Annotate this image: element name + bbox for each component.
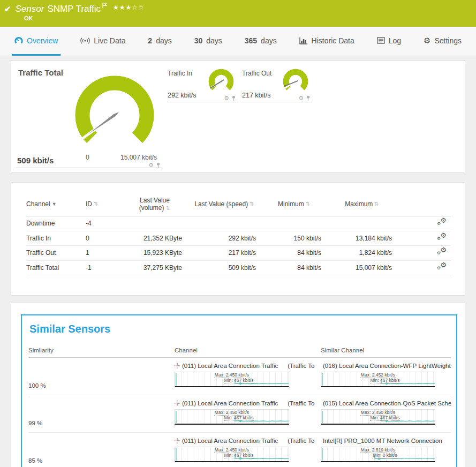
channel-minigraph[interactable]: Max: 2,450 kbit/s Min: 467 kbit/s bbox=[175, 372, 289, 387]
traffic-total-value: 509 kbit/s bbox=[17, 156, 54, 165]
move-channel-icon[interactable] bbox=[175, 438, 180, 443]
channel-id: -1 bbox=[86, 261, 122, 276]
col-header-last-value-volume[interactable]: Last Value (volume) ⇅ bbox=[122, 197, 187, 212]
channel-link[interactable]: (011) Local Area Connection Traffic bbox=[182, 400, 278, 406]
table-row-traffic-total: Traffic Total -1 37,275 KByte 509 kbit/s… bbox=[26, 261, 451, 276]
tab-2-days[interactable]: 2 days bbox=[145, 27, 174, 56]
similar-sensors-panel: Similar Sensors Similarity Channel Simil… bbox=[11, 303, 465, 467]
traffic-in-gauge-label: Traffic In bbox=[168, 70, 192, 77]
broadcast-icon bbox=[80, 37, 90, 44]
stars-empty[interactable]: ☆☆ bbox=[132, 4, 145, 11]
stars-filled[interactable]: ★★★ bbox=[113, 4, 132, 11]
channel-minigraph[interactable]: Max: 2,452 kbit/s Min: 467 kbit/s bbox=[321, 372, 435, 387]
col-speed-label: Last Value (speed) bbox=[194, 200, 248, 208]
channel-minigraph[interactable]: Max: 2,450 kbit/s Min: 467 kbit/s bbox=[175, 409, 289, 425]
similar-row: 100 % (011) Local Area Connection Traffi… bbox=[28, 358, 451, 395]
col-channel-label: Channel bbox=[26, 200, 50, 208]
sort-icon: ⇅ bbox=[250, 201, 254, 207]
col-header-id[interactable]: ID ⇅ bbox=[86, 200, 122, 208]
tab-log[interactable]: Log bbox=[374, 27, 404, 56]
channel-settings-icon[interactable]: ⚙⚙ bbox=[437, 246, 447, 255]
tab-2-days-unit: days bbox=[156, 36, 172, 45]
similarity-value: 85 % bbox=[28, 436, 175, 465]
col-header-maximum[interactable]: Maximum ⇅ bbox=[327, 200, 397, 208]
log-icon bbox=[377, 37, 385, 44]
channel-speed: 217 kbit/s bbox=[187, 246, 261, 261]
channel-id: -4 bbox=[86, 216, 122, 231]
tab-settings[interactable]: ⚙ Settings bbox=[421, 27, 464, 56]
traffic-out-gauge-block: Traffic Out 217 kbit/s ⚙ bbox=[242, 69, 311, 102]
minigraph-labels: Max: 2,450 kbit/s Min: 467 kbit/s bbox=[175, 372, 289, 383]
traffic-total-gauge bbox=[69, 70, 160, 161]
similar-channel-cell: (016) Local Area Connection-WFP LightWei… bbox=[321, 361, 451, 390]
channel-link[interactable]: (015) Local Area Connection-QoS Packet S… bbox=[323, 400, 451, 406]
gauge-scale-min: 0 bbox=[86, 154, 89, 161]
sort-icon: ⇅ bbox=[166, 205, 170, 211]
channel-link[interactable]: (011) Local Area Connection Traffic bbox=[182, 438, 278, 444]
table-row-traffic-in: Traffic In 0 21,352 KByte 292 kbit/s 150… bbox=[26, 231, 451, 246]
channel-minigraph[interactable]: Max: 2,450 kbit/s Min: 467 kbit/s bbox=[175, 447, 289, 462]
tab-overview[interactable]: Overview bbox=[12, 27, 61, 56]
col-similar-channel-label: Similar Channel bbox=[321, 347, 451, 353]
tab-2-days-number: 2 bbox=[148, 36, 152, 45]
col-header-minimum[interactable]: Minimum ⇅ bbox=[261, 200, 327, 208]
sensor-tabbar: Overview Live Data 2 days 30 days 365 da… bbox=[0, 27, 476, 56]
channel-name: Traffic Out bbox=[26, 246, 86, 261]
channel-settings-icon[interactable]: ⚙⚙ bbox=[437, 232, 447, 240]
tab-log-label: Log bbox=[389, 36, 401, 45]
minigraph-min: Min: 467 kbit/s bbox=[224, 415, 254, 421]
channel-link[interactable]: (011) Local Area Connection Traffic bbox=[182, 363, 278, 369]
gauges-panel: Traffic Total 509 kbit/s 0 15,007 kbit/s… bbox=[11, 61, 465, 172]
channel-link[interactable]: Intel[R] PRO_1000 MT Network Connection bbox=[323, 438, 442, 444]
sensor-title: SNMP Traffic bbox=[47, 4, 101, 14]
channel-minigraph[interactable]: Max: 2,819 kbit/s Min: 0 kbit/s bbox=[321, 447, 435, 462]
channel-volume: 15,923 KByte bbox=[122, 246, 187, 261]
tab-settings-label: Settings bbox=[434, 36, 462, 45]
col-header-channel[interactable]: Channel ▼ bbox=[26, 200, 86, 208]
tab-live-data-label: Live Data bbox=[94, 36, 125, 45]
gauge-settings-gear-icon[interactable]: ⚙ bbox=[224, 95, 229, 101]
minigraph-min: Min: 467 kbit/s bbox=[224, 453, 254, 458]
similar-table-header: Similarity Channel Similar Channel bbox=[28, 347, 451, 358]
gauge-settings-gear-icon[interactable]: ⚙ bbox=[298, 95, 304, 101]
priority-flag-icon[interactable] bbox=[102, 1, 108, 11]
pin-icon[interactable] bbox=[231, 95, 236, 101]
minigraph-labels: Max: 2,450 kbit/s Min: 467 kbit/s bbox=[321, 410, 435, 420]
col-channel-label: Channel bbox=[175, 347, 321, 353]
channel-minigraph[interactable]: Max: 2,450 kbit/s Min: 467 kbit/s bbox=[321, 409, 435, 425]
move-channel-icon[interactable] bbox=[175, 363, 180, 368]
channel-link-suffix: (Traffic To bbox=[288, 400, 314, 406]
col-header-last-value-speed[interactable]: Last Value (speed) ⇅ bbox=[187, 200, 261, 208]
channel-min: 84 kbit/s bbox=[261, 246, 327, 261]
channel-volume: 37,275 KByte bbox=[122, 261, 187, 276]
sort-icon: ⇅ bbox=[94, 201, 98, 207]
channel-link-suffix: (Traffic To bbox=[288, 363, 314, 369]
channel-settings-icon[interactable]: ⚙⚙ bbox=[437, 261, 447, 270]
channel-min: 84 kbit/s bbox=[261, 261, 327, 276]
tab-365-days[interactable]: 365 days bbox=[242, 27, 279, 56]
pin-icon[interactable] bbox=[306, 95, 311, 101]
channel-link[interactable]: (016) Local Area Connection-WFP LightWei… bbox=[323, 363, 451, 369]
similar-sensors-title: Similar Sensors bbox=[29, 323, 451, 335]
channel-table-header: Channel ▼ ID ⇅ Last Value (volume) ⇅ Las… bbox=[26, 197, 451, 216]
tab-30-days[interactable]: 30 days bbox=[192, 27, 225, 56]
minigraph-labels: Max: 2,452 kbit/s Min: 467 kbit/s bbox=[321, 372, 435, 383]
tab-30-days-number: 30 bbox=[194, 36, 203, 45]
divider bbox=[16, 168, 162, 168]
tab-live-data[interactable]: Live Data bbox=[78, 27, 128, 56]
minigraph-min: Min: 467 kbit/s bbox=[370, 378, 401, 383]
move-channel-icon[interactable] bbox=[175, 401, 180, 406]
channel-table: Channel ▼ ID ⇅ Last Value (volume) ⇅ Las… bbox=[26, 197, 451, 275]
traffic-in-gauge bbox=[206, 66, 236, 96]
similarity-value: 100 % bbox=[28, 361, 175, 390]
col-similarity-label: Similarity bbox=[28, 347, 175, 353]
priority-stars[interactable]: ★★★☆☆ bbox=[113, 4, 145, 11]
bar-chart-icon bbox=[299, 37, 308, 44]
sensor-header: ✔ Sensor SNMP Traffic ★★★☆☆ OK bbox=[0, 0, 476, 27]
tab-historic-data-label: Historic Data bbox=[312, 36, 354, 45]
channel-settings-icon[interactable]: ⚙⚙ bbox=[437, 217, 447, 225]
tab-historic-data[interactable]: Historic Data bbox=[297, 27, 357, 56]
sort-desc-icon: ▼ bbox=[52, 201, 57, 207]
similar-row: 99 % (011) Local Area Connection Traffic… bbox=[28, 395, 451, 433]
similar-channel-cell: Intel[R] PRO_1000 MT Network Connection … bbox=[321, 436, 451, 465]
